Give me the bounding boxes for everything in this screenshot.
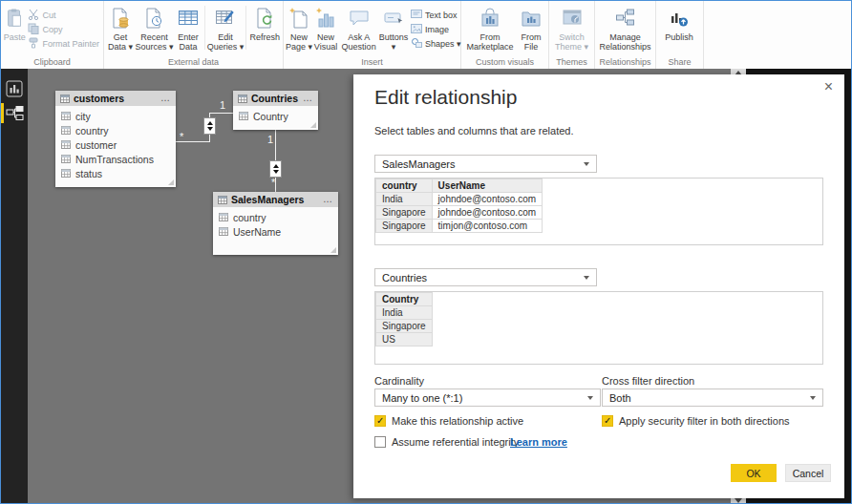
make-active-checkbox[interactable]: [374, 415, 386, 427]
table-card-header[interactable]: customers …: [55, 91, 176, 106]
resize-handle[interactable]: [330, 247, 336, 253]
cross-filter-value: Both: [609, 392, 631, 404]
table-name: customers: [74, 93, 157, 104]
table-cell[interactable]: Singapore: [376, 320, 433, 333]
close-icon[interactable]: ×: [824, 78, 833, 95]
copy-button[interactable]: Copy: [26, 22, 101, 36]
table-cell[interactable]: Singapore: [376, 206, 433, 220]
referential-integrity-checkbox[interactable]: [374, 436, 386, 448]
table-card-header[interactable]: Countries …: [233, 91, 318, 106]
format-painter-button[interactable]: Format Painter: [26, 36, 101, 51]
label: Publish: [665, 32, 693, 42]
learn-more-link[interactable]: Learn more: [510, 436, 567, 448]
table-card-salesmanagers[interactable]: SalesManagers … country UserName: [213, 192, 338, 255]
relationship-arrow-box[interactable]: [203, 117, 216, 135]
field-name: NumTransactions: [75, 154, 154, 165]
model-view-button[interactable]: [6, 105, 24, 123]
text-box-button[interactable]: Text box: [409, 8, 458, 22]
shapes-button[interactable]: Shapes ▾: [409, 36, 458, 51]
edit-queries-button[interactable]: Edit Queries ▾: [207, 4, 245, 52]
label: Question: [342, 42, 376, 52]
switch-theme-button[interactable]: Switch Theme ▾: [551, 4, 592, 52]
group-label: Relationships: [595, 57, 655, 67]
label: Paste: [4, 32, 26, 42]
field-name: UserName: [233, 226, 281, 238]
image-icon: [411, 23, 422, 36]
powerbi-window: Paste Cut Copy Format Painter: [0, 0, 852, 504]
manage-relationships-button[interactable]: Manage Relationships: [597, 4, 653, 52]
field-row[interactable]: Country: [233, 109, 318, 123]
label: Sources ▾: [135, 42, 173, 52]
column-header[interactable]: country: [376, 179, 433, 193]
group-label: Clipboard: [1, 57, 103, 67]
label: Make this relationship active: [392, 415, 523, 427]
new-page-button[interactable]: New Page ▾: [286, 4, 312, 52]
from-marketplace-icon: [479, 6, 501, 31]
relationship-arrow-box[interactable]: [269, 160, 282, 178]
new-visual-icon: [314, 6, 337, 31]
field-icon: [61, 168, 71, 179]
cardinality-label: Cardinality: [374, 375, 424, 387]
new-page-icon: [288, 6, 310, 31]
table-cell[interactable]: timjon@contoso.com: [432, 220, 542, 233]
table-cell[interactable]: johndoe@contoso.com: [432, 206, 542, 220]
table-menu-button[interactable]: …: [323, 195, 333, 204]
field-row[interactable]: country: [213, 210, 338, 224]
table-card-header[interactable]: SalesManagers …: [213, 192, 338, 207]
from-marketplace-button[interactable]: From Marketplace: [463, 4, 517, 52]
table-cell[interactable]: Singapore: [376, 220, 433, 233]
label: Manage: [609, 32, 641, 42]
cancel-button[interactable]: Cancel: [785, 464, 831, 482]
table-card-customers[interactable]: customers … city country customer NumTra…: [55, 91, 176, 187]
field-row[interactable]: NumTransactions: [55, 152, 176, 166]
ribbon-group-clipboard: Paste Cut Copy Format Painter: [1, 1, 104, 69]
cross-filter-select[interactable]: Both: [602, 388, 823, 407]
refresh-button[interactable]: Refresh: [248, 4, 281, 42]
table1-select[interactable]: SalesManagers: [374, 155, 597, 173]
table-menu-button[interactable]: …: [160, 94, 171, 103]
column-header[interactable]: Country: [376, 293, 433, 306]
table-cell[interactable]: India: [376, 193, 433, 206]
security-filter-checkbox[interactable]: [602, 415, 613, 427]
down-arrow-icon: [207, 127, 213, 131]
report-view-button[interactable]: [6, 80, 24, 98]
table-cell[interactable]: US: [376, 333, 433, 346]
ask-a-question-button[interactable]: Ask A Question: [339, 4, 378, 52]
label: Cut: [42, 10, 55, 20]
cut-button[interactable]: Cut: [26, 8, 101, 22]
label: Get: [114, 32, 128, 42]
paste-button[interactable]: Paste: [3, 4, 26, 42]
label: Relationships: [599, 42, 650, 52]
field-row[interactable]: customer: [55, 137, 176, 152]
image-button[interactable]: Image: [409, 22, 458, 36]
table2-select[interactable]: Countries: [374, 268, 597, 286]
table-card-countries[interactable]: Countries … Country: [233, 91, 318, 130]
chevron-down-icon: [584, 162, 589, 166]
enter-data-icon: [177, 6, 200, 31]
report-view-icon: [6, 80, 23, 97]
new-visual-button[interactable]: New Visual: [312, 4, 339, 52]
cardinality-select[interactable]: Many to one (*:1): [374, 388, 601, 407]
referential-integrity-option: Assume referential integrity: [374, 436, 519, 448]
from-file-button[interactable]: From File: [517, 4, 545, 52]
buttons-button[interactable]: Buttons ▾: [378, 4, 409, 52]
table-cell[interactable]: johndoe@contoso.com: [432, 193, 542, 206]
recent-sources-button[interactable]: Recent Sources ▾: [135, 4, 174, 52]
ribbon-group-insert: New Page ▾ New Visual Ask A Question: [284, 1, 461, 69]
field-row[interactable]: status: [55, 166, 176, 180]
resize-handle[interactable]: [168, 179, 174, 185]
get-data-button[interactable]: Get Data ▾: [106, 4, 135, 52]
resize-handle[interactable]: [310, 122, 316, 128]
field-row[interactable]: city: [55, 109, 176, 123]
field-name: country: [233, 212, 266, 223]
enter-data-button[interactable]: Enter Data: [174, 4, 202, 52]
table-cell[interactable]: India: [376, 306, 433, 320]
column-header[interactable]: UserName: [432, 179, 542, 193]
ok-button[interactable]: OK: [731, 464, 777, 482]
field-row[interactable]: UserName: [213, 224, 338, 239]
publish-button[interactable]: Publish: [658, 4, 700, 42]
table-menu-button[interactable]: …: [303, 94, 313, 103]
field-name: country: [75, 125, 108, 136]
cardinality-value: Many to one (*:1): [382, 392, 462, 404]
field-row[interactable]: country: [55, 123, 176, 137]
